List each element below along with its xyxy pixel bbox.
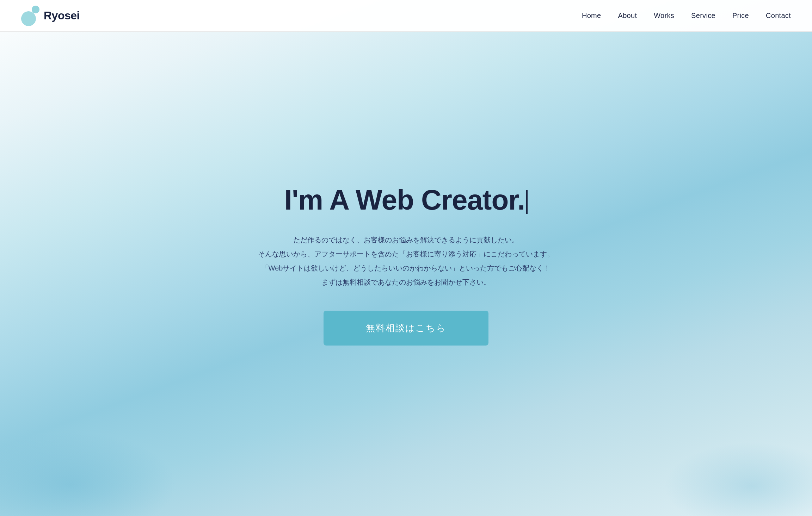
hero-description: ただ作るのではなく、お客様のお悩みを解決できるように貢献したい。 そんな思いから…	[258, 233, 554, 290]
site-header: Ryosei Home About Works Service Price Co…	[0, 0, 812, 32]
nav-price[interactable]: Price	[732, 12, 749, 20]
logo-bubble-large	[21, 11, 36, 26]
logo-bubble-small	[32, 6, 39, 13]
cursor-blink	[526, 190, 528, 214]
hero-desc-line2: そんな思いから、アフターサポートを含めた「お客様に寄り添う対応」にこだわっていま…	[258, 247, 554, 261]
logo-link[interactable]: Ryosei	[21, 6, 80, 26]
main-nav: Home About Works Service Price Contact	[582, 12, 791, 20]
logo-bubbles	[21, 6, 39, 26]
nav-works[interactable]: Works	[654, 12, 674, 20]
logo-text: Ryosei	[44, 9, 80, 22]
hero-desc-line3: 「Webサイトは欲しいけど、どうしたらいいのかわからない」といった方でもご心配な…	[258, 261, 554, 275]
nav-about[interactable]: About	[618, 12, 637, 20]
nav-service[interactable]: Service	[691, 12, 715, 20]
hero-desc-line4: まずは無料相談であなたのお悩みをお聞かせ下さい。	[258, 275, 554, 289]
hero-title: I'm A Web Creator.	[284, 185, 528, 216]
hero-desc-line1: ただ作るのではなく、お客様のお悩みを解決できるように貢献したい。	[258, 233, 554, 247]
nav-contact[interactable]: Contact	[766, 12, 791, 20]
hero-section: I'm A Web Creator. ただ作るのではなく、お客様のお悩みを解決で…	[0, 0, 812, 516]
hero-title-text: I'm A Web Creator.	[284, 184, 525, 216]
cta-button[interactable]: 無料相談はこちら	[324, 311, 488, 346]
nav-home[interactable]: Home	[582, 12, 601, 20]
